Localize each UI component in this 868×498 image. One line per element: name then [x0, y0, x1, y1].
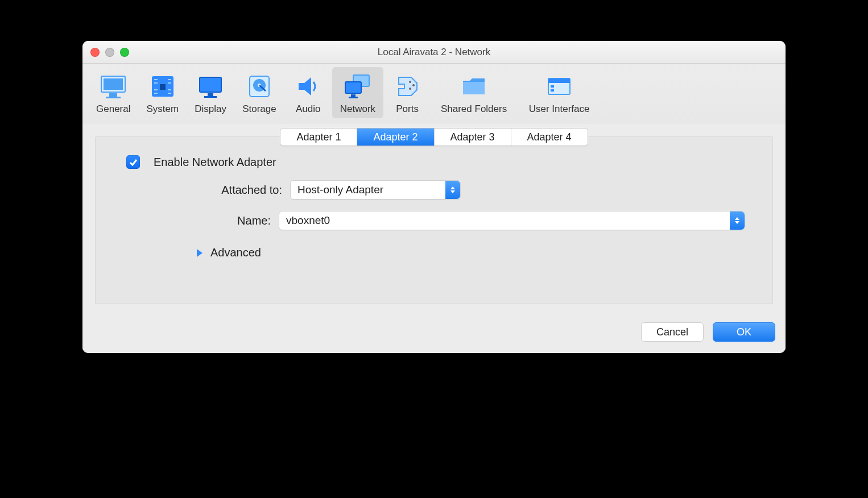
enable-adapter-label: Enable Network Adapter	[154, 156, 276, 169]
advanced-disclosure[interactable]: Advanced	[123, 246, 745, 259]
adapter-tabs: Adapter 1 Adapter 2 Adapter 3 Adapter 4	[96, 128, 772, 146]
disclosure-triangle-icon	[197, 249, 202, 257]
toolbar-label: General	[96, 103, 130, 115]
svg-marker-25	[399, 77, 417, 96]
chevron-updown-icon	[445, 181, 460, 199]
toolbar-label: Network	[340, 103, 375, 115]
name-select[interactable]: vboxnet0	[279, 211, 745, 230]
svg-rect-23	[351, 94, 356, 97]
toolbar-item-network[interactable]: Network	[332, 67, 383, 118]
toolbar-item-system[interactable]: System	[138, 67, 187, 118]
svg-marker-20	[299, 77, 311, 96]
svg-rect-32	[551, 89, 554, 92]
svg-point-27	[412, 84, 415, 86]
toolbar-item-shared-folders[interactable]: Shared Folders	[431, 67, 516, 118]
content-area: Adapter 1 Adapter 2 Adapter 3 Adapter 4 …	[82, 124, 786, 314]
name-value: vboxnet0	[286, 214, 330, 227]
attached-to-value: Host-only Adapter	[297, 184, 383, 196]
toolbar-label: Storage	[242, 103, 276, 115]
user-interface-icon	[543, 70, 575, 102]
audio-icon	[292, 70, 324, 102]
svg-rect-24	[349, 97, 358, 98]
svg-rect-3	[106, 97, 121, 98]
toolbar-label: Shared Folders	[441, 103, 507, 115]
svg-point-26	[409, 81, 411, 83]
toolbar-label: Display	[195, 103, 226, 115]
toolbar-label: System	[146, 103, 179, 115]
ports-icon	[391, 70, 423, 102]
tab-adapter-3[interactable]: Adapter 3	[435, 128, 511, 146]
close-window-button[interactable]	[90, 48, 100, 57]
system-icon	[147, 70, 179, 102]
general-icon	[97, 70, 129, 102]
ok-button[interactable]: OK	[713, 322, 775, 342]
svg-rect-5	[160, 84, 166, 90]
toolbar-label: User Interface	[529, 103, 590, 115]
toolbar-item-audio[interactable]: Audio	[284, 67, 332, 118]
svg-rect-22	[345, 82, 361, 93]
toolbar-item-general[interactable]: General	[88, 67, 138, 118]
network-panel: Adapter 1 Adapter 2 Adapter 3 Adapter 4 …	[95, 136, 773, 304]
zoom-window-button[interactable]	[120, 48, 129, 57]
svg-rect-15	[208, 93, 213, 96]
toolbar-label: Ports	[396, 103, 419, 115]
svg-rect-16	[204, 96, 217, 98]
dialog-footer: Cancel OK	[82, 314, 786, 353]
titlebar: Local Airavata 2 - Network	[82, 41, 786, 64]
minimize-window-button[interactable]	[105, 48, 114, 57]
network-icon	[342, 70, 374, 102]
svg-rect-31	[551, 85, 554, 88]
enable-adapter-checkbox[interactable]	[126, 155, 140, 169]
tab-adapter-4[interactable]: Adapter 4	[511, 128, 588, 146]
attached-to-select[interactable]: Host-only Adapter	[290, 180, 461, 200]
storage-icon	[243, 70, 275, 102]
svg-point-28	[409, 88, 411, 90]
advanced-label: Advanced	[210, 246, 261, 259]
svg-rect-30	[548, 78, 570, 83]
display-icon	[195, 70, 226, 102]
settings-toolbar: General System	[82, 64, 786, 124]
settings-window: Local Airavata 2 - Network General	[82, 41, 786, 353]
name-label: Name:	[123, 214, 271, 227]
svg-rect-1	[104, 78, 123, 90]
tab-adapter-2[interactable]: Adapter 2	[357, 128, 434, 146]
tab-adapter-1[interactable]: Adapter 1	[280, 128, 357, 146]
toolbar-item-user-interface[interactable]: User Interface	[516, 67, 602, 118]
svg-rect-14	[200, 77, 221, 92]
shared-folders-icon	[458, 70, 490, 102]
toolbar-item-display[interactable]: Display	[187, 67, 234, 118]
chevron-updown-icon	[730, 211, 745, 230]
attached-to-label: Attached to:	[123, 184, 282, 197]
toolbar-item-ports[interactable]: Ports	[383, 67, 431, 118]
svg-rect-2	[109, 93, 117, 97]
window-controls	[90, 48, 129, 57]
window-title: Local Airavata 2 - Network	[378, 47, 490, 58]
toolbar-item-storage[interactable]: Storage	[234, 67, 284, 118]
toolbar-label: Audio	[296, 103, 320, 115]
adapter-form: Enable Network Adapter Attached to: Host…	[96, 155, 772, 259]
cancel-button[interactable]: Cancel	[641, 322, 704, 342]
